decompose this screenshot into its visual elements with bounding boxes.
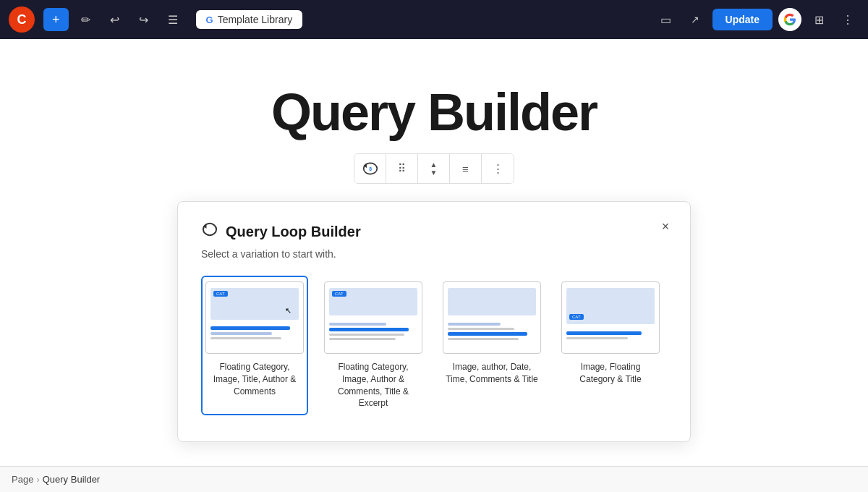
dialog-overlay: Query Loop Builder Select a variation to… [177, 201, 691, 442]
monitor-button[interactable]: ▭ [655, 8, 678, 31]
variation-card-3[interactable]: Image, author, Date, Time, Comments & Ti… [438, 276, 545, 415]
loop-icon: 8 [362, 162, 378, 175]
monitor-icon: ▭ [660, 13, 671, 27]
svg-text:8: 8 [369, 166, 372, 171]
redo-icon: ↪ [139, 13, 148, 27]
block-toolbar: 8 ⠿ ▲ ▼ ≡ ⋮ [354, 153, 514, 184]
more-block-options-button[interactable]: ⋮ [482, 154, 514, 183]
add-button[interactable]: + [43, 8, 69, 31]
card-preview-2: CAT [324, 281, 422, 354]
topbar-right: ▭ ↗ Update ⊞ ⋮ [655, 8, 859, 31]
update-button[interactable]: Update [712, 9, 773, 30]
grid-button[interactable]: ⠿ [386, 154, 418, 183]
redo-button[interactable]: ↪ [132, 8, 156, 31]
menu-icon: ☰ [168, 13, 178, 27]
query-loop-dialog: Query Loop Builder Select a variation to… [177, 201, 691, 442]
pencil-button[interactable]: ✏ [75, 8, 98, 31]
variation-label-4: Image, Floating Category & Title [563, 361, 658, 386]
more-options-button[interactable]: ⋮ [836, 8, 859, 31]
external-link-button[interactable]: ↗ [684, 8, 707, 31]
variation-card-4[interactable]: CAT Image, Floating Category & Title [557, 276, 664, 415]
google-icon: G [206, 14, 213, 25]
google-account-button[interactable] [778, 8, 801, 31]
dialog-loop-icon [201, 222, 218, 241]
app-logo[interactable]: C [9, 7, 35, 33]
undo-button[interactable]: ↩ [103, 8, 127, 31]
card-preview-4: CAT [561, 281, 660, 354]
columns-button[interactable]: ⊞ [807, 8, 830, 31]
chevron-up-icon: ▲ ▼ [430, 161, 438, 177]
up-button[interactable]: ▲ ▼ [418, 154, 450, 183]
variation-card-2[interactable]: CAT Floating Category, Image, Author & C… [320, 276, 427, 415]
more-options-icon: ⋮ [842, 13, 854, 27]
dialog-subtitle: Select a variation to start with. [201, 248, 667, 260]
topbar: C + ✏ ↩ ↪ ☰ G Template Library ▭ ↗ Updat… [0, 0, 868, 39]
bottombar: Page › Query Builder [0, 466, 868, 492]
more-block-options-icon: ⋮ [493, 162, 503, 175]
google-g-icon [783, 13, 796, 26]
undo-icon: ↩ [110, 13, 119, 27]
loop-icon-button[interactable]: 8 [354, 154, 386, 183]
variation-label-2: Floating Category, Image, Author & Comme… [326, 361, 421, 410]
dialog-header: Query Loop Builder [201, 222, 667, 241]
align-icon: ≡ [462, 163, 469, 175]
variation-card-1[interactable]: CAT ↖ Floating Category, Image, Title, A… [201, 276, 308, 415]
card-preview-1: CAT ↖ [205, 281, 304, 354]
page-title: Query Builder [271, 82, 597, 142]
grid-icon: ⠿ [398, 162, 406, 175]
external-link-icon: ↗ [691, 14, 699, 25]
dialog-title: Query Loop Builder [226, 224, 361, 240]
card-preview-3 [443, 281, 541, 354]
breadcrumb-page[interactable]: Page [12, 474, 33, 485]
variations-grid: CAT ↖ Floating Category, Image, Title, A… [201, 276, 667, 415]
columns-icon: ⊞ [814, 13, 824, 27]
template-library-button[interactable]: G Template Library [196, 10, 303, 29]
breadcrumb-separator: › [36, 474, 39, 485]
menu-button[interactable]: ☰ [161, 8, 184, 31]
variation-label-1: Floating Category, Image, Title, Author … [207, 361, 302, 397]
dialog-close-button[interactable]: × [655, 216, 676, 237]
main-content: Query Builder 8 ⠿ ▲ ▼ ≡ ⋮ [0, 39, 868, 466]
variation-label-3: Image, author, Date, Time, Comments & Ti… [444, 361, 540, 386]
pencil-icon: ✏ [81, 13, 90, 27]
align-button[interactable]: ≡ [450, 154, 482, 183]
breadcrumb-current: Query Builder [43, 474, 100, 485]
